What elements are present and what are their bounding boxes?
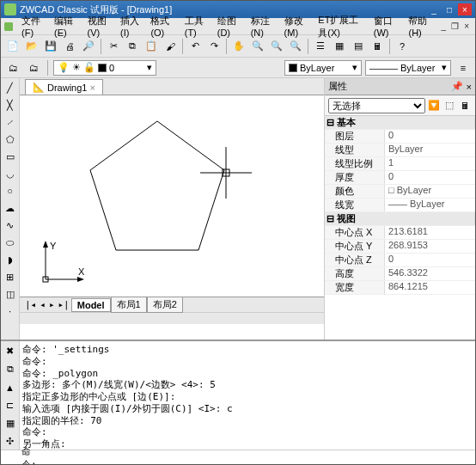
- line-tool[interactable]: ╱: [3, 80, 18, 95]
- copy-button[interactable]: ⧉: [124, 38, 141, 55]
- prop-value[interactable]: 0: [385, 254, 475, 266]
- quickcalc-button[interactable]: 🖩: [458, 99, 472, 113]
- tab-last[interactable]: ▸|: [57, 299, 71, 310]
- rect-tool[interactable]: ▭: [3, 149, 18, 164]
- menu-ext[interactable]: ET扩展工具(X): [313, 12, 368, 41]
- prop-value[interactable]: 213.6181: [385, 226, 475, 239]
- xline-tool[interactable]: ╳: [3, 97, 18, 113]
- zoom-prev-button[interactable]: 🔍: [287, 38, 304, 55]
- pick-button[interactable]: ⬚: [442, 99, 456, 113]
- prop-group-header[interactable]: ⊟ 视图: [325, 212, 475, 225]
- doc-close-button[interactable]: ×: [461, 21, 472, 33]
- doc-restore-button[interactable]: ❐: [450, 21, 461, 33]
- doc-close-icon[interactable]: ×: [89, 83, 95, 93]
- layer-prev-button[interactable]: 🗂: [25, 59, 42, 76]
- prop-value[interactable]: 0: [385, 130, 475, 143]
- drawing-viewport[interactable]: YX: [20, 95, 324, 297]
- menu-window[interactable]: 窗口(W): [369, 13, 404, 40]
- close-button[interactable]: ×: [458, 3, 472, 15]
- paste-button[interactable]: 📋: [143, 38, 160, 55]
- designcenter-button[interactable]: ▦: [331, 38, 348, 55]
- menu-help[interactable]: 帮助(H): [403, 13, 436, 40]
- color-dropdown[interactable]: ByLayer ▾: [284, 60, 362, 76]
- matchprop-button[interactable]: 🖌: [162, 38, 179, 55]
- properties-button[interactable]: ☰: [312, 38, 329, 55]
- block-tool[interactable]: ◫: [3, 286, 18, 302]
- print-button[interactable]: 🖨: [61, 38, 78, 55]
- tab-next[interactable]: ▸: [47, 299, 57, 310]
- command-input[interactable]: [35, 452, 475, 463]
- menu-dimension[interactable]: 标注(N): [246, 13, 279, 40]
- tab-prev[interactable]: ◂: [38, 299, 47, 310]
- layer-mgr-button[interactable]: 🗂: [4, 59, 21, 76]
- prop-value[interactable]: ByLayer: [385, 144, 475, 156]
- prop-value[interactable]: 864.1215: [385, 281, 475, 294]
- menu-edit[interactable]: 编辑(E): [49, 13, 82, 40]
- pline-tool[interactable]: ⟋: [3, 114, 18, 130]
- prop-value[interactable]: —— ByLayer: [385, 199, 475, 211]
- menu-file[interactable]: 文件(F): [16, 13, 49, 40]
- arc-tool[interactable]: ◡: [3, 166, 18, 181]
- doc-tab[interactable]: 📐 Drawing1 ×: [25, 79, 103, 95]
- close-icon[interactable]: ×: [467, 82, 472, 92]
- quick-select-button[interactable]: 🔽: [427, 99, 441, 113]
- layer-dropdown[interactable]: 💡 ☀ 🔓 0 ▾: [53, 60, 156, 76]
- help-button[interactable]: ?: [394, 38, 411, 55]
- draw-toolbar: ╱ ╳ ⟋ ⬠ ▭ ◡ ○ ☁ ∿ ⬭ ◗ ⊞ ◫ ·: [1, 78, 20, 340]
- tab-first[interactable]: |◂: [23, 299, 38, 310]
- redo-button[interactable]: ↷: [205, 38, 223, 55]
- array-tool[interactable]: ▦: [2, 415, 19, 431]
- new-button[interactable]: 📄: [4, 38, 21, 55]
- menu-insert[interactable]: 插入(I): [115, 13, 145, 40]
- menu-format[interactable]: 格式(O): [145, 13, 179, 40]
- open-button[interactable]: 📂: [23, 38, 40, 55]
- h-scrollbar[interactable]: [20, 312, 324, 324]
- model-tab[interactable]: Model: [71, 298, 111, 312]
- prop-value[interactable]: 546.3322: [385, 267, 475, 280]
- cut-button[interactable]: ✂: [105, 38, 122, 55]
- calc-button[interactable]: 🖩: [369, 38, 386, 55]
- spline-tool[interactable]: ∿: [3, 217, 18, 233]
- menu-tools[interactable]: 工具(T): [180, 13, 212, 40]
- menu-draw[interactable]: 绘图(D): [212, 13, 246, 40]
- erase-tool[interactable]: ✖: [2, 343, 19, 359]
- zoom-rt-button[interactable]: 🔍: [249, 38, 266, 55]
- circle-tool[interactable]: ○: [3, 183, 18, 199]
- point-tool[interactable]: ·: [3, 303, 18, 319]
- ellipse-tool[interactable]: ⬭: [3, 235, 18, 250]
- layout1-tab[interactable]: 布局1: [111, 297, 147, 313]
- pin-icon[interactable]: 📌: [451, 81, 463, 92]
- undo-button[interactable]: ↶: [186, 38, 204, 55]
- copy-tool[interactable]: ⧉: [2, 361, 19, 377]
- insert-tool[interactable]: ⊞: [3, 269, 18, 285]
- prop-value[interactable]: □ ByLayer: [385, 185, 475, 198]
- menu-view[interactable]: 视图(V): [82, 13, 115, 40]
- toolpalette-button[interactable]: ▤: [350, 38, 367, 55]
- doc-minimize-button[interactable]: _: [438, 21, 449, 33]
- prop-key: 图层: [325, 130, 385, 143]
- polygon-tool[interactable]: ⬠: [3, 132, 18, 147]
- revcloud-tool[interactable]: ☁: [3, 200, 18, 216]
- prop-value[interactable]: 268.9153: [385, 240, 475, 253]
- new-icon: 📄: [7, 40, 19, 52]
- ellipsearc-tool[interactable]: ◗: [3, 252, 18, 267]
- svg-text:Y: Y: [50, 241, 57, 251]
- zoom-win-button[interactable]: 🔍: [268, 38, 285, 55]
- maximize-button[interactable]: □: [442, 3, 456, 15]
- svg-marker-8: [77, 277, 84, 282]
- menu-modify[interactable]: 修改(M): [279, 13, 314, 40]
- offset-tool[interactable]: ⊏: [2, 397, 19, 413]
- linetype-dropdown[interactable]: ——— ByLayer ▾: [365, 60, 451, 76]
- prop-value[interactable]: 0: [385, 171, 475, 184]
- prop-group-header[interactable]: ⊟ 基本: [325, 116, 475, 129]
- lineweight-button[interactable]: ≡: [455, 59, 472, 76]
- preview-button[interactable]: 🔎: [80, 38, 97, 55]
- command-history[interactable]: 命令: '_settings 命令: 命令: _polygon 多边形: 多个(…: [20, 341, 475, 450]
- layout2-tab[interactable]: 布局2: [147, 297, 183, 313]
- line-sample: ———: [369, 63, 398, 73]
- pan-button[interactable]: ✋: [230, 38, 247, 55]
- save-button[interactable]: 💾: [42, 38, 59, 55]
- mirror-tool[interactable]: ▲: [2, 379, 19, 395]
- prop-value[interactable]: 1: [385, 157, 475, 170]
- selection-dropdown[interactable]: 无选择: [328, 98, 425, 113]
